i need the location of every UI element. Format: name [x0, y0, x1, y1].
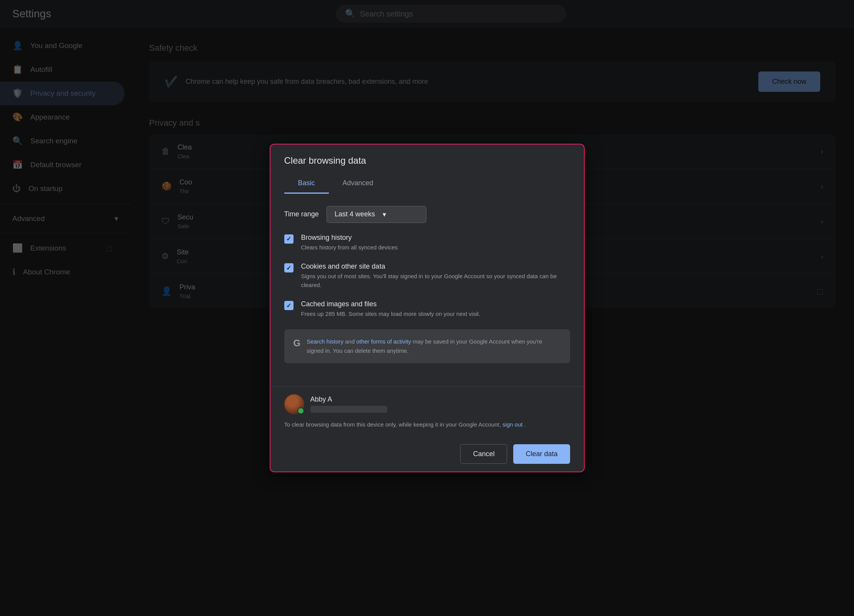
dropdown-arrow-icon: ▾ [383, 210, 386, 219]
user-sync-bar [310, 406, 387, 413]
time-range-label: Time range [284, 210, 319, 218]
time-range-select[interactable]: Last 4 weeks ▾ [327, 206, 426, 223]
dialog-buttons: Cancel Clear data [270, 437, 584, 472]
user-row: Abby A [284, 394, 570, 414]
checkbox-content: Cookies and other site data Signs you ou… [301, 262, 570, 289]
checkbox-checked-icon: ✓ [284, 234, 294, 244]
clear-data-button[interactable]: Clear data [513, 444, 570, 464]
checkmark-icon: ✓ [286, 264, 291, 272]
browsing-history-checkbox[interactable]: ✓ Browsing history Clears history from a… [284, 234, 570, 252]
checkbox-content: Cached images and files Frees up 285 MB.… [301, 300, 481, 319]
sync-badge [297, 407, 304, 414]
checkbox-title: Cached images and files [301, 300, 481, 308]
user-name: Abby A [310, 395, 387, 403]
modal-overlay: Clear browsing data Basic Advanced Time … [0, 0, 854, 616]
checkmark-icon: ✓ [286, 302, 291, 309]
checkbox-checked-icon: ✓ [284, 301, 294, 310]
cancel-button[interactable]: Cancel [460, 444, 507, 464]
avatar-wrapper [284, 394, 304, 414]
checkbox-checked-icon: ✓ [284, 263, 294, 272]
checkbox-description: Clears history from all synced devices [301, 243, 398, 252]
info-text-and: and [345, 338, 356, 345]
checkbox-description: Frees up 285 MB. Some sites may load mor… [301, 310, 481, 319]
cached-images-checkbox[interactable]: ✓ Cached images and files Frees up 285 M… [284, 300, 570, 319]
info-text: Search history and other forms of activi… [307, 337, 560, 355]
checkmark-icon: ✓ [286, 235, 291, 242]
cookies-checkbox[interactable]: ✓ Cookies and other site data Signs you … [284, 262, 570, 289]
time-range-row: Time range Last 4 weeks ▾ [284, 206, 570, 223]
tab-advanced[interactable]: Advanced [329, 174, 387, 194]
checkbox-description: Signs you out of most sites. You'll stay… [301, 272, 570, 289]
clear-browsing-dialog: Clear browsing data Basic Advanced Time … [270, 144, 585, 473]
dialog-tabs: Basic Advanced [284, 174, 570, 194]
dialog-body: Time range Last 4 weeks ▾ ✓ Browsing his… [270, 194, 584, 386]
clear-note-end: . [524, 421, 526, 428]
checkbox-title: Browsing history [301, 234, 398, 242]
dialog-header: Clear browsing data Basic Advanced [270, 144, 584, 194]
clear-note-text: To clear browsing data from this device … [284, 421, 502, 428]
checkbox-content: Browsing history Clears history from all… [301, 234, 398, 252]
search-history-link[interactable]: Search history [307, 338, 343, 345]
checkbox-title: Cookies and other site data [301, 262, 570, 271]
user-info: Abby A [310, 395, 387, 413]
dialog-footer-user-area: Abby A To clear browsing data from this … [270, 386, 584, 437]
google-g-icon: G [294, 338, 301, 349]
other-forms-link[interactable]: other forms of activity [356, 338, 411, 345]
dialog-title: Clear browsing data [284, 155, 570, 166]
sign-out-link[interactable]: sign out [502, 421, 523, 428]
info-box: G Search history and other forms of acti… [284, 329, 570, 363]
time-range-value: Last 4 weeks [335, 210, 375, 218]
clear-note: To clear browsing data from this device … [284, 420, 570, 429]
tab-basic[interactable]: Basic [284, 174, 329, 194]
